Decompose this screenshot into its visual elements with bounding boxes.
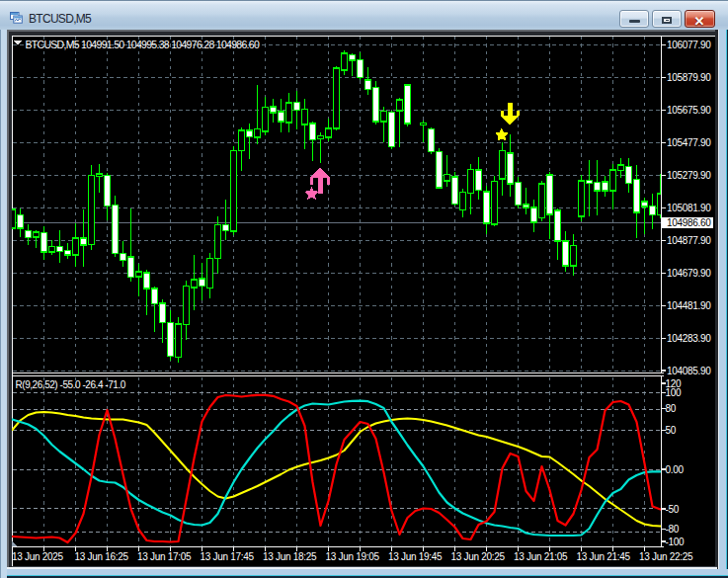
svg-text:105279.90: 105279.90 (667, 170, 711, 181)
svg-text:104877.90: 104877.90 (667, 235, 711, 246)
svg-text:50: 50 (666, 425, 677, 436)
svg-text:104679.90: 104679.90 (667, 268, 711, 279)
svg-text:R(9,26,52) -55.0 -26.4 -71.0: R(9,26,52) -55.0 -26.4 -71.0 (16, 379, 126, 390)
svg-text:-50: -50 (666, 504, 680, 515)
svg-text:106077.90: 106077.90 (667, 40, 711, 50)
svg-text:104085.90: 104085.90 (667, 366, 711, 376)
svg-text:13 Jun 17:45: 13 Jun 17:45 (201, 551, 255, 562)
svg-text:100: 100 (666, 387, 683, 398)
svg-text:105081.90: 105081.90 (667, 203, 711, 213)
svg-text:104481.90: 104481.90 (667, 300, 711, 311)
svg-text:13 Jun 20:25: 13 Jun 20:25 (451, 551, 506, 562)
svg-text:105675.90: 105675.90 (667, 105, 711, 116)
svg-text:-80: -80 (666, 524, 680, 535)
svg-text:-100: -100 (666, 537, 686, 547)
svg-text:105879.90: 105879.90 (667, 72, 711, 83)
svg-text:13 Jun 17:05: 13 Jun 17:05 (137, 551, 192, 562)
svg-text:104283.90: 104283.90 (667, 333, 711, 344)
svg-text:0.00: 0.00 (666, 464, 685, 475)
svg-text:80: 80 (666, 403, 677, 414)
svg-text:104986.60: 104986.60 (667, 217, 711, 228)
svg-text:13 Jun 21:05: 13 Jun 21:05 (514, 551, 568, 562)
svg-text:BTCUSD,M5 104991.50 104995.38: BTCUSD,M5 104991.50 104995.38 104976.28 … (26, 39, 260, 50)
svg-text:13 Jun 2025: 13 Jun 2025 (12, 551, 63, 562)
svg-text:105477.90: 105477.90 (667, 137, 711, 148)
svg-text:13 Jun 18:25: 13 Jun 18:25 (263, 551, 317, 562)
svg-text:13 Jun 16:25: 13 Jun 16:25 (75, 551, 129, 562)
svg-text:13 Jun 21:45: 13 Jun 21:45 (577, 551, 631, 562)
svg-text:13 Jun 19:45: 13 Jun 19:45 (388, 551, 443, 562)
svg-text:13 Jun 19:05: 13 Jun 19:05 (326, 551, 380, 562)
svg-text:13 Jun 22:25: 13 Jun 22:25 (639, 551, 693, 562)
